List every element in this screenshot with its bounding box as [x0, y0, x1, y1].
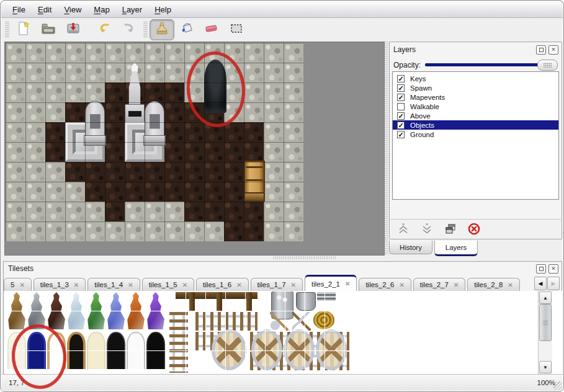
map-tile[interactable]: [244, 122, 264, 142]
map-tile[interactable]: [184, 43, 204, 63]
map-tile[interactable]: [244, 82, 264, 102]
map-tile[interactable]: [264, 162, 284, 182]
tileset-tile-doorway-blue-selected[interactable]: [27, 332, 46, 369]
map-tile[interactable]: [105, 162, 125, 182]
tileset-tab-tiles_1_3[interactable]: tiles_1_3✕: [34, 278, 86, 291]
map-tile[interactable]: [184, 142, 204, 162]
tileset-tile-crystal-purple[interactable]: [146, 292, 165, 329]
menu-map[interactable]: Map: [87, 3, 115, 16]
map-tile[interactable]: [224, 63, 244, 82]
stamp-tool-button[interactable]: [150, 19, 174, 40]
tileset-tile-doorway-dark-framed[interactable]: [67, 332, 86, 369]
layer-duplicate-button[interactable]: [444, 222, 457, 236]
scroll-tabs-right-icon[interactable]: ▶: [547, 277, 560, 290]
map-tile[interactable]: [244, 142, 264, 162]
map-tile[interactable]: [184, 221, 204, 241]
map-tile[interactable]: [244, 221, 264, 241]
tileset-tab-tiles_1_5[interactable]: tiles_1_5✕: [142, 278, 194, 291]
tab-close-icon[interactable]: ✕: [128, 282, 133, 288]
layer-move-up-button[interactable]: [396, 222, 410, 236]
map-tile[interactable]: [224, 182, 244, 202]
map-tile[interactable]: [164, 82, 184, 102]
map-tile[interactable]: [6, 162, 25, 182]
opacity-slider[interactable]: [425, 60, 558, 70]
map-tile[interactable]: [204, 122, 224, 142]
layer-visibility-checkbox[interactable]: ✓: [397, 75, 405, 82]
map-tile[interactable]: [184, 102, 204, 122]
map-tile[interactable]: [264, 202, 284, 221]
map-tile[interactable]: [25, 82, 45, 102]
layer-delete-button[interactable]: [467, 222, 481, 236]
tileset-tile-metal-bars[interactable]: [317, 292, 336, 301]
map-tile[interactable]: [105, 102, 125, 122]
map-tile[interactable]: [184, 82, 204, 102]
map-tile[interactable]: [45, 63, 65, 82]
tileset-tile-rail-turntable[interactable]: [316, 329, 347, 370]
tileset-tile-crystal-blue[interactable]: [107, 292, 125, 329]
tab-layers[interactable]: Layers: [434, 241, 478, 256]
map-tile[interactable]: [204, 162, 224, 182]
map-tile[interactable]: [65, 221, 85, 241]
map-tile[interactable]: [284, 182, 303, 202]
map-tile[interactable]: [45, 142, 65, 162]
map-tile[interactable]: [145, 202, 164, 221]
map-tile[interactable]: [25, 202, 45, 221]
map-tile[interactable]: [164, 142, 184, 162]
menu-file[interactable]: File: [6, 3, 32, 16]
map-tile[interactable]: [164, 122, 184, 142]
map-tile[interactable]: [284, 162, 303, 182]
map-tile[interactable]: [284, 102, 303, 122]
map-tile[interactable]: [284, 202, 303, 221]
cave-door[interactable]: [204, 60, 226, 113]
tileset-scrollbar[interactable]: ▲ ▼: [538, 291, 552, 374]
map-tile[interactable]: [65, 43, 85, 63]
tab-close-icon[interactable]: ✕: [74, 282, 79, 288]
layer-visibility-checkbox[interactable]: ✓: [397, 122, 405, 129]
scrollbar-thumb[interactable]: [539, 304, 552, 341]
map-tile[interactable]: [244, 102, 264, 122]
tileset-tile-rail-horizontal[interactable]: [195, 312, 257, 331]
map-tile[interactable]: [65, 82, 85, 102]
tab-history[interactable]: History: [389, 241, 432, 254]
map-tile[interactable]: [204, 202, 224, 221]
statue[interactable]: [123, 61, 146, 126]
map-tile[interactable]: [6, 221, 25, 241]
map-tile[interactable]: [164, 162, 184, 182]
map-tile[interactable]: [204, 142, 224, 162]
map-tile[interactable]: [204, 221, 224, 241]
eraser-tool-button[interactable]: [199, 19, 224, 40]
map-tile[interactable]: [224, 142, 244, 162]
map-tile[interactable]: [6, 102, 25, 122]
map-tile[interactable]: [145, 43, 164, 63]
map-tile[interactable]: [6, 63, 25, 82]
layer-list[interactable]: ✓Keys✓Spawn✓MapeventsWalkable✓Above✓Obje…: [392, 71, 559, 200]
layer-row-above[interactable]: ✓Above: [393, 111, 558, 120]
tileset-tile-doorway-white[interactable]: [127, 332, 145, 369]
tab-close-icon[interactable]: ✕: [508, 282, 513, 288]
layer-row-objects[interactable]: ✓Objects: [393, 120, 558, 130]
map-tile[interactable]: [105, 182, 125, 202]
map-canvas[interactable]: [6, 43, 303, 241]
map-tile[interactable]: [244, 63, 264, 82]
map-tile[interactable]: [264, 122, 284, 142]
map-tile[interactable]: [264, 102, 284, 122]
layer-move-down-button[interactable]: [420, 222, 434, 236]
map-tile[interactable]: [284, 142, 303, 162]
map-tile[interactable]: [164, 221, 184, 241]
map-tile[interactable]: [284, 63, 303, 82]
tab-close-icon[interactable]: ✕: [19, 282, 24, 288]
layer-visibility-checkbox[interactable]: [397, 103, 405, 110]
map-tile[interactable]: [25, 122, 45, 142]
map-tile[interactable]: [85, 182, 105, 202]
scroll-down-icon[interactable]: ▼: [539, 361, 552, 373]
layer-row-spawn[interactable]: ✓Spawn: [393, 83, 558, 92]
map-tile[interactable]: [224, 82, 244, 102]
layer-visibility-checkbox[interactable]: ✓: [397, 112, 405, 120]
close-panel-icon[interactable]: ✕: [548, 45, 558, 55]
map-tile[interactable]: [85, 43, 105, 63]
menu-layer[interactable]: Layer: [116, 3, 149, 16]
tileset-tab-tiles_1_6[interactable]: tiles_1_6✕: [196, 278, 248, 291]
map-tile[interactable]: [45, 221, 65, 241]
resize-grip[interactable]: [553, 381, 562, 390]
tileset-tile-crystal-ice[interactable]: [67, 292, 86, 329]
